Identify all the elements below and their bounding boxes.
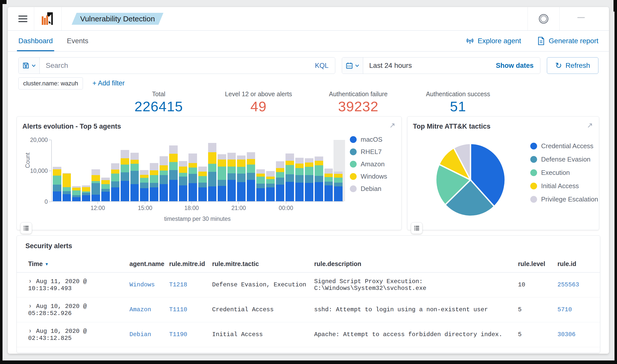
cell-rule-id-link[interactable]: 30306 [557, 322, 600, 347]
cell-agent-link[interactable]: Debian [129, 322, 169, 347]
legend-item[interactable]: Credential Access [530, 142, 598, 150]
kql-button[interactable]: KQL [308, 62, 335, 70]
bar-column[interactable] [179, 140, 187, 201]
bar-segment [315, 161, 323, 165]
bar-segment [227, 167, 236, 173]
bar-column[interactable] [101, 140, 110, 201]
date-range-value[interactable]: Last 24 hours [363, 62, 496, 70]
saved-queries-button[interactable] [19, 58, 40, 74]
date-quick-select-button[interactable] [342, 58, 363, 74]
bar-column[interactable] [91, 140, 100, 201]
cell-rule-id-link[interactable]: 5710 [557, 297, 600, 322]
tab-events[interactable]: Events [67, 31, 88, 51]
bar-segment [334, 183, 343, 187]
cell-agent-link[interactable]: Windows [129, 272, 169, 297]
bar-column[interactable] [111, 140, 120, 201]
column-header-rule-level[interactable]: rule.level [518, 256, 557, 272]
bar-segment [121, 181, 129, 201]
bar-column[interactable] [247, 140, 255, 201]
explore-agent-button[interactable]: Explore agent [466, 37, 521, 45]
column-header-agent-name[interactable]: agent.name [129, 256, 169, 272]
bar-column[interactable] [160, 140, 168, 201]
bar-segment [63, 173, 71, 174]
inspect-panel-button[interactable] [20, 222, 32, 234]
bar-column[interactable] [72, 140, 81, 201]
bar-column[interactable] [266, 140, 275, 201]
cell-mitre-id-link[interactable]: T1110 [169, 297, 212, 322]
y-axis-tickmark [49, 140, 51, 140]
column-header-rule-mitre-tactic[interactable]: rule.mitre.tactic [212, 256, 314, 272]
bar-column[interactable] [121, 140, 129, 201]
legend-dot [350, 173, 357, 180]
bar-segment [315, 176, 323, 182]
wazuh-logo[interactable] [40, 11, 56, 27]
column-header-time[interactable]: Time▼ [17, 256, 129, 272]
search-input[interactable] [40, 58, 308, 74]
bar-column[interactable] [198, 140, 207, 201]
bar-segment [188, 163, 197, 168]
generate-report-button[interactable]: Generate report [537, 37, 598, 45]
inspect-panel-button[interactable] [411, 222, 422, 234]
legend-item[interactable]: Debian [350, 185, 387, 193]
bar-column[interactable] [140, 140, 149, 201]
expand-panel-icon[interactable] [586, 122, 593, 129]
legend-item[interactable]: Execution [530, 169, 598, 177]
hamburger-menu-icon[interactable] [18, 14, 27, 24]
cell-mitre-id-link[interactable]: T1218 [169, 272, 212, 297]
table-row[interactable]: ›Aug 10, 2020 @ 02:43:12.825DebianT1190I… [17, 322, 600, 347]
cell-rule-id-link[interactable]: 255563 [557, 272, 600, 297]
legend-item[interactable]: Privilege Escalation [530, 195, 598, 203]
legend-item[interactable]: Windows [350, 173, 387, 180]
bar-chart-area: 010,00020,00012:0015:0018:0021:0000:00 [51, 140, 344, 202]
bar-column[interactable] [295, 140, 304, 201]
expand-row-chevron[interactable]: › [29, 278, 32, 285]
bar-column[interactable] [256, 140, 265, 201]
cell-mitre-id-link[interactable]: T1190 [169, 322, 212, 347]
bar-column[interactable] [286, 140, 294, 201]
status-ring-icon[interactable] [539, 14, 548, 24]
bar-column[interactable] [218, 140, 226, 201]
legend-item[interactable]: RHEL7 [350, 148, 387, 156]
cell-agent-link[interactable]: Amazon [129, 297, 169, 322]
bar-column[interactable] [63, 140, 71, 201]
column-header-rule-description[interactable]: rule.description [314, 256, 518, 272]
bar-column[interactable] [188, 140, 197, 201]
refresh-button[interactable]: ↻ Refresh [547, 57, 598, 74]
expand-row-chevron[interactable]: › [29, 302, 32, 310]
legend-item[interactable]: macOS [350, 136, 387, 143]
legend-item[interactable]: Amazon [350, 160, 387, 168]
table-row[interactable]: ›Aug 10, 2020 @ 05:28:52.926AmazonT1110C… [17, 297, 600, 322]
bar-segment [130, 164, 139, 171]
bar-column[interactable] [82, 140, 90, 201]
bar-column[interactable] [324, 140, 333, 201]
legend-item[interactable]: Initial Access [530, 182, 598, 190]
bar-segment [324, 174, 333, 177]
show-dates-button[interactable]: Show dates [496, 62, 540, 70]
bar-column[interactable] [130, 140, 139, 201]
table-row[interactable]: ›Aug 11, 2020 @ 10:13:49.493WindowsT1218… [17, 272, 600, 297]
bar-column[interactable] [334, 140, 343, 201]
filter-pill[interactable]: cluster.name: wazuh [18, 77, 83, 89]
bar-column[interactable] [53, 140, 61, 201]
column-header-rule-mitre-id[interactable]: rule.mitre.id [169, 256, 212, 272]
bar-segment [247, 173, 255, 180]
legend-label: Privilege Escalation [541, 195, 598, 203]
tab-dashboard[interactable]: Dashboard [18, 31, 53, 51]
add-filter-button[interactable]: + Add filter [92, 79, 125, 87]
bar-column[interactable] [305, 140, 313, 201]
bar-column[interactable] [276, 140, 284, 201]
bar-column[interactable] [150, 140, 158, 201]
bar-segment [53, 169, 61, 175]
expand-row-chevron[interactable]: › [29, 327, 32, 335]
bar-column[interactable] [169, 140, 178, 201]
bar-column[interactable] [315, 140, 323, 201]
bar-segment [276, 172, 284, 178]
expand-panel-icon[interactable] [389, 122, 396, 129]
bar-segment [305, 175, 313, 183]
column-header-rule-id[interactable]: rule.id [557, 256, 600, 272]
bar-column[interactable] [227, 140, 236, 201]
bar-column[interactable] [208, 140, 217, 201]
bar-segment [208, 186, 217, 201]
legend-item[interactable]: Defense Evasion [530, 155, 598, 163]
bar-column[interactable] [237, 140, 246, 201]
